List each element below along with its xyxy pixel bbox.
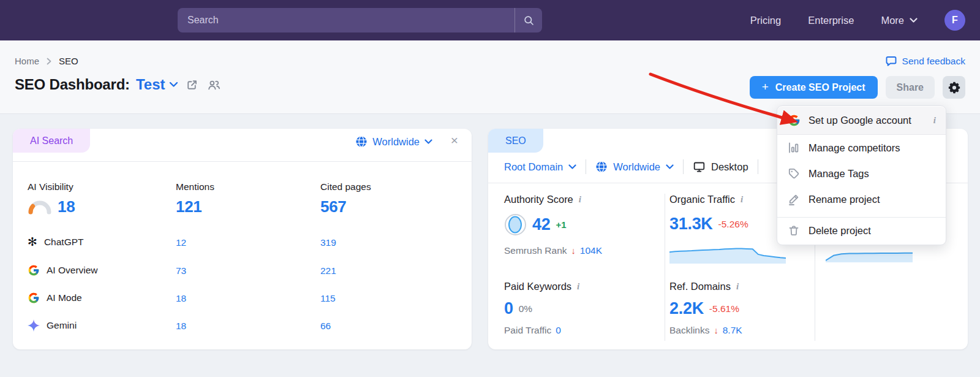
screen: Pricing Enterprise More F Home SEO SEO D…: [0, 0, 980, 377]
user-avatar[interactable]: F: [944, 10, 965, 31]
seo-filters: Root Domain Worldwide Desktop: [504, 159, 758, 174]
row-cited-pages[interactable]: 221: [320, 265, 336, 276]
page-title: SEO Dashboard:: [15, 76, 130, 93]
organic-traffic-label-row: Organic Traffic i: [669, 194, 743, 205]
menu-item-delete-project[interactable]: Delete project: [777, 218, 946, 243]
ref-domains-value[interactable]: 2.2K: [669, 299, 704, 318]
authority-score-value: 42: [532, 215, 550, 234]
menu-item-rename-project[interactable]: Rename project: [777, 186, 946, 212]
seo-region-selector[interactable]: Worldwide: [595, 161, 674, 173]
close-icon[interactable]: ×: [451, 134, 458, 147]
breadcrumb-home[interactable]: Home: [15, 56, 39, 66]
backlinks-value[interactable]: 8.7K: [723, 325, 742, 336]
row-mentions[interactable]: 18: [176, 321, 186, 332]
nav-link-more[interactable]: More: [881, 15, 918, 26]
row-mentions[interactable]: 18: [176, 293, 186, 304]
title-row: SEO Dashboard: Test: [15, 76, 222, 93]
tab-seo[interactable]: SEO: [488, 129, 543, 153]
filter-divider: [683, 159, 684, 174]
ai-search-card: AI Search Worldwide × AI Visibility Ment…: [13, 129, 472, 349]
nav-link-enterprise[interactable]: Enterprise: [808, 15, 854, 26]
search-icon: [523, 15, 535, 26]
chevron-down-icon: [169, 82, 178, 88]
search-box[interactable]: [178, 8, 542, 32]
ref-domains-label: Ref. Domains: [669, 281, 731, 292]
cited-pages-value-row: 567: [320, 197, 346, 216]
open-in-new-button[interactable]: [184, 77, 200, 93]
gemini-icon: [28, 319, 40, 332]
send-feedback-label: Send feedback: [902, 56, 965, 67]
project-selector[interactable]: Test: [136, 76, 179, 93]
authority-gauge-icon: [504, 213, 527, 236]
menu-item-label: Rename project: [809, 194, 936, 205]
send-feedback-link[interactable]: Send feedback: [885, 55, 965, 67]
organic-traffic-value[interactable]: 31.3K: [669, 215, 713, 234]
backlinks-label: Backlinks: [669, 325, 709, 336]
table-row-ai-mode[interactable]: AI Mode 18 115: [13, 290, 472, 308]
search-button[interactable]: [515, 8, 542, 32]
backlinks-row: Backlinks ↓ 8.7K: [669, 325, 742, 336]
semrush-rank-value[interactable]: 104K: [580, 245, 602, 256]
chevron-down-icon: [910, 18, 918, 23]
chevron-down-icon: [568, 164, 576, 170]
tab-ai-search[interactable]: AI Search: [13, 129, 90, 153]
row-cited-pages[interactable]: 66: [320, 321, 331, 332]
authority-score-label-row: Authority Score i: [504, 194, 581, 205]
row-name: ChatGPT: [44, 237, 84, 248]
row-mentions[interactable]: 12: [176, 237, 186, 248]
table-row-gemini[interactable]: Gemini 18 66: [13, 318, 472, 336]
nav-link-pricing[interactable]: Pricing: [750, 15, 781, 26]
search-input[interactable]: [178, 8, 514, 32]
authority-score-value-row: 42 +1: [504, 213, 567, 236]
mentions-label: Mentions: [176, 181, 214, 192]
organic-traffic-sparkline: [669, 242, 786, 264]
menu-item-manage-competitors[interactable]: Manage competitors: [777, 135, 946, 161]
info-icon[interactable]: i: [933, 115, 936, 126]
info-icon[interactable]: i: [736, 281, 739, 292]
ref-domains-value-row: 2.2K -5.61%: [669, 299, 739, 318]
organic-traffic-label: Organic Traffic: [669, 194, 735, 205]
google-icon: [28, 264, 40, 276]
shared-users-button[interactable]: [206, 77, 222, 93]
navbar-links: Pricing Enterprise More F: [750, 0, 965, 40]
menu-item-manage-tags[interactable]: Manage Tags: [777, 161, 946, 186]
top-navbar: Pricing Enterprise More F: [0, 0, 980, 40]
seo-region-label: Worldwide: [613, 161, 660, 173]
table-row-chatgpt[interactable]: ✻ChatGPT 12 319: [13, 234, 472, 253]
row-name: AI Overview: [47, 265, 98, 276]
paid-keywords-label-row: Paid Keywords i: [504, 281, 579, 292]
more-label: More: [881, 15, 904, 26]
settings-gear-button[interactable]: [943, 76, 965, 99]
root-domain-selector[interactable]: Root Domain: [504, 161, 576, 173]
info-icon[interactable]: i: [579, 194, 581, 205]
share-button[interactable]: Share: [886, 76, 935, 99]
organic-traffic-value-row: 31.3K -5.26%: [669, 215, 748, 234]
semrush-rank-row: Semrush Rank ↓ 104K: [504, 245, 602, 256]
device-selector[interactable]: Desktop: [693, 161, 748, 173]
row-mentions[interactable]: 73: [176, 265, 186, 276]
ai-region-selector[interactable]: Worldwide: [355, 135, 432, 148]
row-cited-pages[interactable]: 319: [320, 237, 336, 248]
chatgpt-icon: ✻: [28, 236, 37, 248]
ref-domains-delta: -5.61%: [709, 303, 739, 314]
desktop-icon: [693, 161, 706, 173]
ai-visibility-label: AI Visibility: [28, 181, 74, 192]
row-name: AI Mode: [47, 292, 82, 303]
globe-icon: [595, 161, 608, 173]
users-icon: [207, 78, 221, 91]
table-row-ai-overview[interactable]: AI Overview 73 221: [13, 262, 472, 281]
create-seo-project-button[interactable]: + Create SEO Project: [750, 76, 878, 99]
row-cited-pages[interactable]: 115: [320, 293, 336, 304]
info-icon[interactable]: i: [577, 281, 579, 292]
authority-score-label: Authority Score: [504, 194, 573, 205]
tag-icon: [788, 167, 800, 180]
breadcrumb-chevron-icon: [47, 58, 51, 65]
paid-traffic-value[interactable]: 0: [556, 325, 561, 336]
authority-score-delta: +1: [556, 219, 566, 230]
menu-item-set-up-google-account[interactable]: Set up Google account i: [777, 107, 946, 135]
paid-keywords-value: 0: [504, 299, 513, 318]
feedback-bubble-icon: [885, 55, 897, 67]
cited-pages-value: 567: [320, 197, 346, 216]
chevron-down-icon: [424, 139, 432, 145]
info-icon[interactable]: i: [741, 194, 743, 205]
